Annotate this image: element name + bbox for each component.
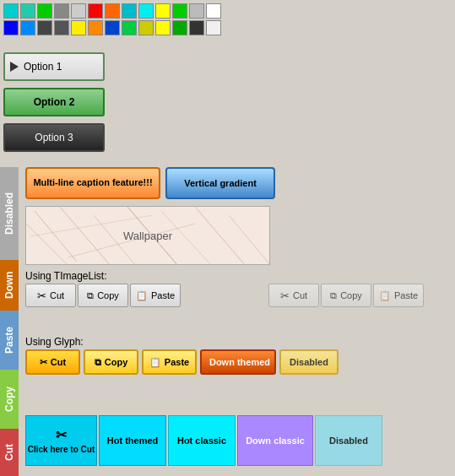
paste-icon-disabled: 📋 <box>379 290 391 301</box>
swatch[interactable] <box>37 20 52 35</box>
option-2-label: Option 2 <box>34 96 75 108</box>
option-1-label: Option 1 <box>24 61 62 73</box>
ti-paste-button-disabled: 📋 Paste <box>373 284 424 307</box>
hot-themed-button[interactable]: Hot themed <box>99 415 166 466</box>
click-to-cut-button[interactable]: ✂ Click here to Cut <box>25 415 97 466</box>
swatch[interactable] <box>122 20 137 35</box>
disabled-bottom-button: Disabled <box>315 415 382 466</box>
option-3-button[interactable]: Option 3 <box>3 123 105 152</box>
wallpaper-texture <box>26 207 270 265</box>
scissors-icon-disabled: ✂ <box>280 289 290 302</box>
glyph-buttons: ✂ Cut ⧉ Copy 📋 Paste Down themed Disable… <box>25 349 339 375</box>
scissors-glyph-icon: ✂ <box>40 357 47 368</box>
bottom-buttons: ✂ Click here to Cut Hot themed Hot class… <box>25 415 382 466</box>
ti-copy-button[interactable]: ⧉ Copy <box>78 284 128 307</box>
swatch[interactable] <box>88 20 103 35</box>
swatch[interactable] <box>122 3 137 19</box>
option-1-button[interactable]: Option 1 <box>3 52 105 81</box>
ti-cut-button-disabled: ✂ Cut <box>268 284 319 307</box>
ti-copy-button-disabled: ⧉ Copy <box>321 284 371 307</box>
copy-icon: ⧉ <box>87 290 94 301</box>
swatch[interactable] <box>206 20 221 35</box>
side-label-cut: Cut <box>0 429 19 476</box>
wallpaper-display: Wallpaper <box>25 206 270 265</box>
swatch[interactable] <box>3 3 19 19</box>
glyph-down-button[interactable]: Down themed <box>200 349 276 375</box>
swatch[interactable] <box>138 20 154 35</box>
swatch[interactable] <box>189 3 204 19</box>
glyph-cut-button[interactable]: ✂ Cut <box>25 349 80 375</box>
arrow-right-icon <box>10 62 19 72</box>
swatch[interactable] <box>20 20 35 35</box>
scissors-bottom-icon: ✂ <box>56 427 67 443</box>
vertical-gradient-label: Vertical gradient <box>184 178 257 188</box>
svg-line-6 <box>229 215 270 265</box>
svg-line-4 <box>161 211 212 265</box>
multiline-caption-button[interactable]: Multi-line caption feature!!! <box>25 167 160 199</box>
swatch[interactable] <box>189 20 204 35</box>
glyph-section-label: Using Glyph: <box>25 336 84 348</box>
swatch[interactable] <box>155 20 171 35</box>
svg-line-1 <box>60 207 111 265</box>
side-label-copy: Copy <box>0 370 19 429</box>
side-label-disabled: Disabled <box>0 167 19 260</box>
color-palette <box>3 3 221 35</box>
swatch[interactable] <box>105 3 120 19</box>
glyph-copy-button[interactable]: ⧉ Copy <box>84 349 138 375</box>
timagelist-buttons-right: ✂ Cut ⧉ Copy 📋 Paste <box>268 284 424 307</box>
svg-line-8 <box>30 215 153 236</box>
swatch[interactable] <box>71 20 86 35</box>
timagelist-section-label: Using TImageList: <box>25 270 107 282</box>
down-classic-button[interactable]: Down classic <box>237 415 313 466</box>
swatch[interactable] <box>138 3 154 19</box>
swatch[interactable] <box>206 3 221 19</box>
palette-row-1 <box>3 3 221 19</box>
copy-icon-disabled: ⧉ <box>330 290 337 301</box>
timagelist-buttons-left: ✂ Cut ⧉ Copy 📋 Paste <box>25 284 181 307</box>
glyph-disabled-button: Disabled <box>279 349 339 375</box>
glyph-paste-button[interactable]: 📋 Paste <box>142 349 197 375</box>
vertical-gradient-button[interactable]: Vertical gradient <box>165 167 275 199</box>
swatch[interactable] <box>37 3 52 19</box>
option-3-label: Option 3 <box>35 132 73 143</box>
swatch[interactable] <box>20 3 35 19</box>
swatch[interactable] <box>71 3 86 19</box>
swatch[interactable] <box>54 3 69 19</box>
swatch[interactable] <box>155 3 171 19</box>
palette-row-2 <box>3 20 221 35</box>
svg-line-2 <box>94 215 136 265</box>
scissors-icon: ✂ <box>37 289 46 302</box>
ti-cut-button[interactable]: ✂ Cut <box>25 284 76 307</box>
swatch[interactable] <box>54 20 69 35</box>
ti-paste-button[interactable]: 📋 Paste <box>130 284 181 307</box>
side-label-down: Down <box>0 260 19 311</box>
side-label-paste: Paste <box>0 311 19 370</box>
option-2-button[interactable]: Option 2 <box>3 88 105 116</box>
copy-glyph-icon: ⧉ <box>95 357 101 368</box>
swatch[interactable] <box>172 3 187 19</box>
hot-classic-button[interactable]: Hot classic <box>168 415 236 466</box>
paste-icon: 📋 <box>136 290 148 301</box>
swatch[interactable] <box>172 20 187 35</box>
multiline-caption-label: Multi-line caption feature!!! <box>33 177 152 188</box>
paste-glyph-icon: 📋 <box>149 357 161 368</box>
swatch[interactable] <box>3 20 19 35</box>
svg-line-9 <box>68 224 195 257</box>
swatch[interactable] <box>88 3 103 19</box>
swatch[interactable] <box>105 20 120 35</box>
